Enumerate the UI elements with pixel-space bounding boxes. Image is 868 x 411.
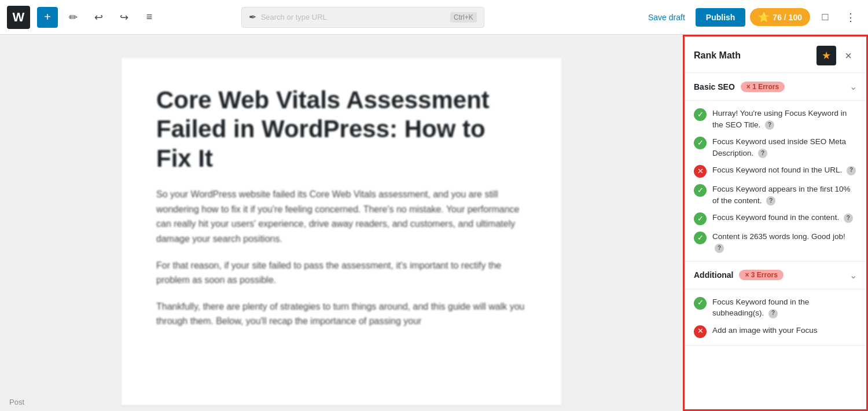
post-type-label: Post — [9, 398, 24, 406]
list-item: ✓ Focus Keyword found in the subheading(… — [694, 296, 857, 319]
search-shortcut: Ctrl+K — [450, 12, 477, 23]
success-icon: ✓ — [694, 184, 707, 197]
basic-seo-items: ✓ Hurray! You're using Focus Keyword in … — [685, 101, 866, 262]
list-item: ✕ Focus Keyword not found in the URL. ? — [694, 164, 857, 178]
success-icon: ✓ — [694, 137, 707, 149]
help-icon[interactable]: ? — [758, 149, 767, 158]
section-header-left: Additional × 3 Errors — [694, 270, 784, 280]
help-icon[interactable]: ? — [715, 244, 724, 253]
seo-item-text: Content is 2635 words long. Good job! ? — [712, 231, 857, 254]
save-draft-button[interactable]: Save draft — [642, 9, 691, 25]
settings-menu-button[interactable]: ⋮ — [840, 7, 861, 28]
search-bar[interactable]: ✒ Search or type URL Ctrl+K — [241, 7, 484, 28]
add-block-button[interactable]: + — [37, 7, 58, 28]
seo-item-text: Hurray! You're using Focus Keyword in th… — [712, 108, 857, 130]
seo-score-badge[interactable]: ⭐ 76 / 100 — [750, 8, 810, 26]
publish-button[interactable]: Publish — [696, 8, 746, 27]
help-icon[interactable]: ? — [768, 309, 778, 318]
score-value: 76 / 100 — [773, 13, 802, 22]
error-icon: ✕ — [694, 325, 707, 338]
basic-seo-chevron-icon: ⌄ — [849, 81, 857, 92]
list-item: ✓ Focus Keyword used inside SEO Meta Des… — [694, 136, 857, 159]
wp-logo: W — [7, 6, 30, 29]
additional-section-header[interactable]: Additional × 3 Errors ⌄ — [685, 262, 866, 289]
post-title[interactable]: Core Web Vitals Assessment Failed in Wor… — [156, 86, 527, 173]
main-content: Core Web Vitals Assessment Failed in Wor… — [0, 35, 868, 411]
error-icon: ✕ — [694, 165, 707, 178]
additional-error-count: × 3 Errors — [745, 271, 777, 279]
seo-item-text: Focus Keyword used inside SEO Meta Descr… — [712, 136, 857, 159]
rankmath-star-button[interactable]: ★ — [816, 46, 836, 65]
help-icon[interactable]: ? — [847, 166, 856, 175]
help-icon[interactable]: ? — [766, 196, 775, 206]
editor-paragraph-2: For that reason, if your site failed to … — [156, 258, 527, 288]
list-item: ✕ Add an image with your Focus — [694, 325, 857, 338]
sidebar-header: Rank Math ★ × — [685, 36, 866, 73]
additional-error-badge: × 3 Errors — [739, 270, 783, 280]
undo-button[interactable]: ↩ — [88, 7, 109, 28]
toolbar: W + ✏ ↩ ↪ ≡ ✒ Search or type URL Ctrl+K … — [0, 0, 868, 35]
bottom-bar: Post — [0, 393, 34, 411]
basic-seo-error-count: × 1 Errors — [746, 83, 779, 91]
additional-chevron-icon: ⌄ — [849, 270, 857, 281]
pen-icon: ✒ — [249, 12, 256, 23]
editor-area: Core Web Vitals Assessment Failed in Wor… — [0, 35, 683, 411]
success-icon: ✓ — [694, 108, 707, 121]
seo-item-text: Add an image with your Focus — [712, 325, 857, 336]
search-placeholder: Search or type URL — [261, 13, 327, 21]
success-icon: ✓ — [694, 232, 707, 244]
edit-button[interactable]: ✏ — [62, 7, 83, 28]
rankmath-close-button[interactable]: × — [840, 47, 857, 64]
section-header-left: Basic SEO × 1 Errors — [694, 82, 785, 92]
seo-item-text: Focus Keyword not found in the URL. ? — [712, 164, 857, 176]
redo-button[interactable]: ↪ — [113, 7, 134, 28]
basic-seo-section-header[interactable]: Basic SEO × 1 Errors ⌄ — [685, 73, 866, 101]
success-icon: ✓ — [694, 297, 707, 310]
basic-seo-label: Basic SEO — [694, 82, 735, 91]
sidebar-header-icons: ★ × — [816, 46, 857, 65]
score-star-icon: ⭐ — [758, 12, 770, 23]
list-item: ✓ Content is 2635 words long. Good job! … — [694, 231, 857, 254]
help-icon[interactable]: ? — [844, 214, 853, 223]
seo-item-text: Focus Keyword found in the subheading(s)… — [712, 296, 857, 319]
list-item: ✓ Focus Keyword found in the content. ? — [694, 212, 857, 225]
editor-content: Core Web Vitals Assessment Failed in Wor… — [122, 58, 561, 405]
rankmath-sidebar: Rank Math ★ × Basic SEO × 1 Errors ⌄ ✓ H… — [683, 35, 868, 411]
list-item: ✓ Focus Keyword appears in the first 10%… — [694, 184, 857, 206]
editor-paragraph-1: So your WordPress website failed its Cor… — [156, 187, 527, 246]
basic-seo-error-badge: × 1 Errors — [741, 82, 785, 92]
additional-label: Additional — [694, 270, 733, 280]
list-item: ✓ Hurray! You're using Focus Keyword in … — [694, 108, 857, 130]
seo-item-text: Focus Keyword found in the content. ? — [712, 212, 857, 223]
editor-paragraph-3: Thankfully, there are plenty of strategi… — [156, 299, 527, 329]
toolbar-right: Save draft Publish ⭐ 76 / 100 □ ⋮ — [642, 7, 861, 28]
list-view-button[interactable]: ≡ — [139, 7, 160, 28]
sidebar-title: Rank Math — [694, 50, 741, 61]
additional-seo-items: ✓ Focus Keyword found in the subheading(… — [685, 289, 866, 346]
help-icon[interactable]: ? — [765, 120, 774, 130]
seo-item-text: Focus Keyword appears in the first 10% o… — [712, 184, 857, 206]
success-icon: ✓ — [694, 212, 707, 225]
preview-button[interactable]: □ — [815, 7, 836, 28]
